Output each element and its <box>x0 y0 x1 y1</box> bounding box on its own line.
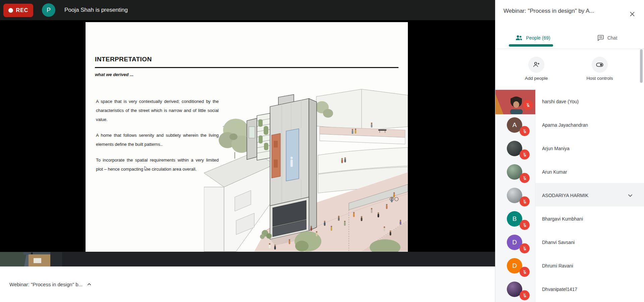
meeting-details-button[interactable]: Webinar: "Process in design" b... <box>9 266 93 302</box>
slide-paragraph: A space that is very contextually derive… <box>96 97 219 124</box>
participant-row[interactable]: B <box>495 207 644 231</box>
panel-scrollbar[interactable] <box>640 49 643 83</box>
chevron-up-icon <box>86 281 93 288</box>
panel-title: Webinar: "Process in design" by A... <box>503 8 628 14</box>
participant-name: Dhrumi Ravani <box>542 254 573 278</box>
participant-name: Arjun Maniya <box>542 137 570 160</box>
slide-title: INTERPRETATION <box>95 56 152 63</box>
chevron-down-icon[interactable] <box>626 191 634 201</box>
mouse-cursor <box>144 166 148 171</box>
tab-chat[interactable]: Chat <box>570 29 644 46</box>
mic-off-badge <box>520 149 530 160</box>
google-meet-window: REC P Pooja Shah is presenting INTERPRET… <box>0 0 644 302</box>
participant-name: Bhargavi Kumbhani <box>542 207 583 231</box>
slide-subtitle: what we derived ... <box>95 72 133 77</box>
tab-people-label: People (69) <box>526 35 550 41</box>
recording-label: REC <box>16 7 29 13</box>
participant-row[interactable]: D <box>495 254 644 278</box>
tab-chat-label: Chat <box>607 35 618 41</box>
self-video-thumbnail[interactable] <box>0 252 62 267</box>
toggle-icon <box>595 60 604 69</box>
participant-list: harshi dave (You) A <box>495 89 644 302</box>
mic-off-badge <box>520 173 530 183</box>
participant-row[interactable]: Arun Kumar <box>495 160 644 184</box>
mic-off-badge <box>523 100 533 110</box>
people-icon <box>515 34 523 42</box>
slide-paragraph: To incorporate the spatial requirements … <box>96 156 219 174</box>
close-panel-button[interactable] <box>628 9 637 19</box>
participant-row[interactable]: harshi dave (You) <box>495 90 644 113</box>
person-add-icon <box>532 61 540 69</box>
close-icon <box>629 10 636 18</box>
top-bar: REC P Pooja Shah is presenting <box>0 0 495 20</box>
mic-off-badge <box>520 243 530 253</box>
presentation-stage: INTERPRETATION what we derived ... A spa… <box>0 20 495 252</box>
participant-name: Aparna Jayachandran <box>542 113 588 137</box>
recording-dot-icon <box>8 8 13 13</box>
chat-icon <box>597 34 604 42</box>
participant-row[interactable]: D <box>495 231 644 254</box>
presenting-banner: Pooja Shah is presenting <box>64 0 128 20</box>
add-people-label: Add people <box>525 76 548 81</box>
participant-row[interactable]: Dhvanipatel1417 <box>495 278 644 301</box>
tab-people[interactable]: People (69) <box>495 29 570 46</box>
host-controls-label: Host controls <box>587 76 613 81</box>
bottom-control-bar: Webinar: "Process in design" b... <box>0 266 495 302</box>
slide-paragraph: A home that follows serenity and subtlet… <box>96 131 219 149</box>
participant-name: ASODARIYA HARMIK <box>542 184 588 207</box>
mic-off-badge <box>520 290 530 300</box>
active-tab-indicator <box>509 44 553 47</box>
participant-name: Arun Kumar <box>542 160 567 184</box>
panel-tabs: People (69) Chat <box>495 29 644 46</box>
participant-name: harshi dave (You) <box>542 90 579 113</box>
participant-name: Dhvanipatel1417 <box>542 278 577 301</box>
panel-actions: Add people Host controls <box>495 54 644 87</box>
participant-row[interactable]: A <box>495 113 644 137</box>
slide-title-rule <box>95 67 398 68</box>
mic-off-badge <box>520 196 530 206</box>
add-people-button[interactable]: Add people <box>509 54 563 81</box>
architectural-rendering <box>204 86 408 252</box>
slide-body-text: A space that is very contextually derive… <box>96 97 219 174</box>
filmstrip <box>0 252 495 266</box>
host-controls-button[interactable]: Host controls <box>573 54 627 81</box>
mic-off-badge <box>520 220 530 230</box>
participant-row[interactable]: ASODARIYA HARMIK <box>495 184 644 207</box>
presenter-avatar: P <box>42 3 55 17</box>
recording-indicator: REC <box>3 4 33 17</box>
presentation-slide: INTERPRETATION what we derived ... A spa… <box>86 22 408 252</box>
participant-name: Dhanvi Savsani <box>542 231 575 254</box>
mic-off-badge <box>520 267 530 277</box>
mic-off-badge <box>520 126 530 136</box>
meeting-name: Webinar: "Process in design" b... <box>9 282 83 287</box>
side-panel: Webinar: "Process in design" by A... Peo… <box>495 0 644 302</box>
tabs-divider <box>495 49 644 49</box>
participant-row[interactable]: Arjun Maniya <box>495 137 644 160</box>
